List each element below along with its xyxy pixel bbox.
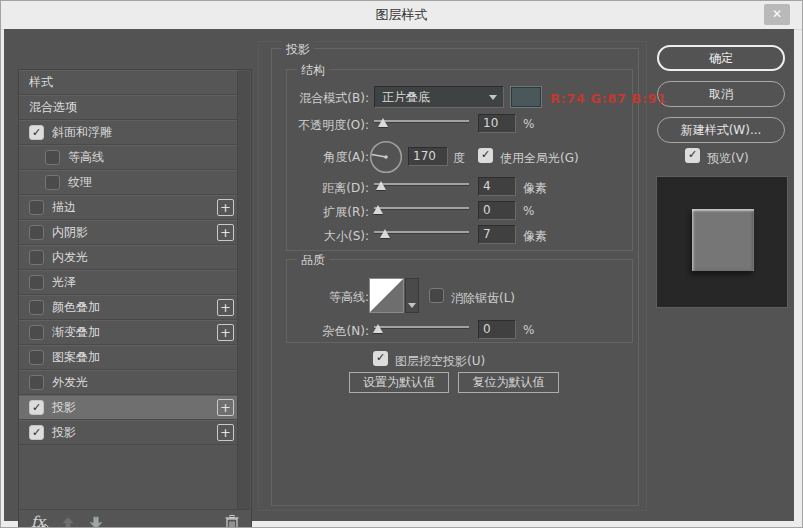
unchecked-checkbox-icon[interactable] xyxy=(29,375,44,390)
sidebar-item-8[interactable]: 光泽 xyxy=(19,270,238,295)
add-effect-instance-icon[interactable]: + xyxy=(217,299,234,316)
global-light-label: 使用全局光(G) xyxy=(500,150,579,167)
size-slider[interactable] xyxy=(374,226,469,240)
sidebar-item-11[interactable]: 图案叠加 xyxy=(19,345,238,370)
opacity-unit: % xyxy=(523,117,534,131)
sidebar-item-4[interactable]: 纹理 xyxy=(19,170,238,195)
spread-slider[interactable] xyxy=(374,202,469,216)
cancel-button[interactable]: 取消 xyxy=(657,81,785,107)
opacity-field[interactable]: 10 xyxy=(478,114,516,133)
new-style-button[interactable]: 新建样式(W)... xyxy=(657,117,785,143)
sidebar-item-label: 描边 xyxy=(52,199,76,216)
global-light-checkbox[interactable]: ✓ xyxy=(478,148,493,163)
sidebar-item-label: 投影 xyxy=(52,399,76,416)
close-icon[interactable]: ✕ xyxy=(764,4,790,25)
style-preview xyxy=(656,176,788,308)
sidebar-item-12[interactable]: 外发光 xyxy=(19,370,238,395)
noise-slider[interactable] xyxy=(374,321,469,335)
angle-dial[interactable] xyxy=(369,140,403,174)
rgb-annotation: R:74 G:87 B:91 xyxy=(550,91,667,106)
unchecked-checkbox-icon[interactable] xyxy=(29,250,44,265)
add-effect-instance-icon[interactable]: + xyxy=(217,224,234,241)
fx-icon[interactable]: fx xyxy=(31,513,45,528)
structure-group-title: 结构 xyxy=(297,62,329,79)
sidebar-list: 样式混合选项✓斜面和浮雕等高线纹理描边+内阴影+内发光光泽颜色叠加+渐变叠加+图… xyxy=(19,70,238,461)
distance-slider[interactable] xyxy=(374,178,469,192)
sidebar-item-7[interactable]: 内发光 xyxy=(19,245,238,270)
unchecked-checkbox-icon[interactable] xyxy=(45,175,60,190)
sidebar-item-label: 纹理 xyxy=(68,174,92,191)
unchecked-checkbox-icon[interactable] xyxy=(29,325,44,340)
sidebar-item-label: 光泽 xyxy=(52,274,76,291)
style-preview-square xyxy=(692,209,754,271)
unchecked-checkbox-icon[interactable] xyxy=(29,275,44,290)
preview-checkbox[interactable]: ✓ xyxy=(685,148,700,163)
sidebar-item-label: 等高线 xyxy=(68,149,104,166)
distance-unit: 像素 xyxy=(523,180,547,197)
contour-picker[interactable] xyxy=(369,278,404,313)
add-effect-instance-icon[interactable]: + xyxy=(217,199,234,216)
sidebar-item-3[interactable]: 等高线 xyxy=(19,145,238,170)
size-slider-thumb[interactable] xyxy=(380,229,390,238)
sidebar-item-9[interactable]: 颜色叠加+ xyxy=(19,295,238,320)
unchecked-checkbox-icon[interactable] xyxy=(29,300,44,315)
mouse-cursor xyxy=(44,523,56,528)
titlebar[interactable]: 图层样式 ✕ xyxy=(1,1,802,30)
sidebar-scrollbar[interactable] xyxy=(237,71,250,512)
sidebar-item-1[interactable]: 混合选项 xyxy=(19,95,238,120)
sidebar-item-label: 颜色叠加 xyxy=(52,299,100,316)
distance-slider-thumb[interactable] xyxy=(376,181,386,190)
distance-field[interactable]: 4 xyxy=(478,177,516,196)
sidebar-item-label: 内发光 xyxy=(52,249,88,266)
sidebar-item-0[interactable]: 样式 xyxy=(19,70,238,95)
noise-label: 杂色(N): xyxy=(251,323,369,340)
sidebar-item-10[interactable]: 渐变叠加+ xyxy=(19,320,238,345)
noise-slider-thumb[interactable] xyxy=(373,324,383,333)
blend-mode-label: 混合模式(B): xyxy=(251,90,369,107)
sidebar-item-14[interactable]: ✓投影+ xyxy=(19,420,238,445)
sidebar-item-label: 投影 xyxy=(52,424,76,441)
sidebar-item-6[interactable]: 内阴影+ xyxy=(19,220,238,245)
spread-field[interactable]: 0 xyxy=(478,201,516,220)
noise-unit: % xyxy=(523,323,534,337)
reset-default-button[interactable]: 复位为默认值 xyxy=(458,372,559,393)
sidebar-item-2[interactable]: ✓斜面和浮雕 xyxy=(19,120,238,145)
set-default-button[interactable]: 设置为默认值 xyxy=(349,372,449,393)
checked-checkbox-icon[interactable]: ✓ xyxy=(29,425,44,440)
chevron-down-icon xyxy=(408,303,416,308)
distance-label: 距离(D): xyxy=(251,180,369,197)
unchecked-checkbox-icon[interactable] xyxy=(45,150,60,165)
ok-button[interactable]: 确定 xyxy=(657,45,785,71)
sidebar-item-5[interactable]: 描边+ xyxy=(19,195,238,220)
antialias-checkbox[interactable] xyxy=(429,288,444,303)
angle-unit: 度 xyxy=(453,150,465,167)
shadow-color-swatch[interactable] xyxy=(510,86,542,108)
size-field[interactable]: 7 xyxy=(478,225,516,244)
spread-slider-thumb[interactable] xyxy=(373,205,383,214)
layer-knockout-checkbox[interactable]: ✓ xyxy=(373,351,388,366)
sidebar-item-label: 内阴影 xyxy=(52,224,88,241)
move-effect-up-icon[interactable] xyxy=(60,515,76,528)
add-effect-instance-icon[interactable]: + xyxy=(217,324,234,341)
dialog-title: 图层样式 xyxy=(1,1,802,28)
chevron-down-icon xyxy=(489,95,497,100)
blend-mode-select[interactable]: 正片叠底 xyxy=(374,86,504,108)
move-effect-down-icon[interactable] xyxy=(88,515,104,528)
add-effect-instance-icon[interactable]: + xyxy=(217,399,234,416)
noise-field[interactable]: 0 xyxy=(478,320,516,339)
unchecked-checkbox-icon[interactable] xyxy=(29,350,44,365)
sidebar-item-13[interactable]: ✓投影+ xyxy=(19,395,238,420)
opacity-slider-thumb[interactable] xyxy=(378,118,388,127)
unchecked-checkbox-icon[interactable] xyxy=(29,225,44,240)
delete-effect-icon[interactable] xyxy=(224,514,240,528)
spread-label: 扩展(R): xyxy=(251,204,369,221)
checked-checkbox-icon[interactable]: ✓ xyxy=(29,125,44,140)
contour-dropdown-button[interactable] xyxy=(405,278,419,313)
opacity-slider[interactable] xyxy=(374,115,469,129)
effects-sidebar: 样式混合选项✓斜面和浮雕等高线纹理描边+内阴影+内发光光泽颜色叠加+渐变叠加+图… xyxy=(18,69,252,528)
add-effect-instance-icon[interactable]: + xyxy=(217,424,234,441)
opacity-label: 不透明度(O): xyxy=(251,117,369,134)
angle-field[interactable]: 170 xyxy=(408,147,448,166)
checked-checkbox-icon[interactable]: ✓ xyxy=(29,400,44,415)
unchecked-checkbox-icon[interactable] xyxy=(29,200,44,215)
